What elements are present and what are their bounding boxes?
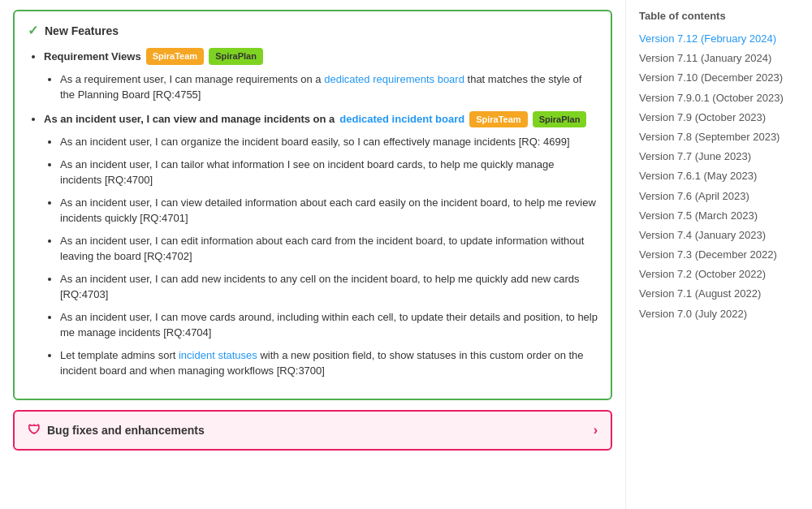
features-list: Requirement Views SpiraTeam SpiraPlan As… bbox=[28, 48, 598, 379]
main-content: ✓ New Features Requirement Views SpiraTe… bbox=[0, 0, 625, 509]
toc-item: Version 7.0 (July 2022) bbox=[639, 307, 799, 321]
toc-link[interactable]: Version 7.7 (June 2023) bbox=[639, 150, 751, 162]
toc-item: Version 7.7 (June 2023) bbox=[639, 149, 799, 164]
incident-header: As an incident user, I can view and mana… bbox=[44, 111, 598, 128]
requirement-views-sublist: As a requirement user, I can manage requ… bbox=[44, 71, 598, 103]
toc-link[interactable]: Version 7.5 (March 2023) bbox=[639, 209, 758, 222]
incident-subitem-3: As an incident user, I can view detailed… bbox=[60, 195, 598, 226]
new-features-header: ✓ New Features bbox=[28, 23, 598, 38]
check-icon: ✓ bbox=[28, 23, 38, 38]
sidebar-title: Table of contents bbox=[639, 10, 799, 22]
toc-link[interactable]: Version 7.1 (August 2022) bbox=[639, 287, 761, 300]
toc-item: Version 7.4 (January 2023) bbox=[639, 228, 799, 243]
requirement-views-header: Requirement Views SpiraTeam SpiraPlan bbox=[44, 48, 598, 65]
chevron-right-icon: › bbox=[594, 423, 598, 438]
toc-item: Version 7.8 (September 2023) bbox=[639, 130, 799, 145]
toc-list: Version 7.12 (February 2024)Version 7.11… bbox=[639, 32, 799, 321]
requirement-views-label: Requirement Views bbox=[44, 49, 141, 65]
new-features-section: ✓ New Features Requirement Views SpiraTe… bbox=[13, 10, 612, 400]
requirement-views-subitem-1: As a requirement user, I can manage requ… bbox=[60, 71, 598, 103]
incident-subitem-6: As an incident user, I can move cards ar… bbox=[60, 309, 598, 341]
toc-link[interactable]: Version 7.11 (January 2024) bbox=[639, 52, 771, 64]
incident-subitem-4: As an incident user, I can edit informat… bbox=[60, 233, 598, 265]
bug-icon: 🛡 bbox=[28, 423, 41, 438]
bug-fixes-header: 🛡 Bug fixes and enhancements bbox=[28, 423, 205, 438]
incident-statuses-link[interactable]: incident statuses bbox=[179, 349, 257, 361]
badge-spiraplan-2: SpiraPlan bbox=[533, 111, 587, 128]
toc-item: Version 7.11 (January 2024) bbox=[639, 51, 799, 66]
toc-item: Version 7.12 (February 2024) bbox=[639, 32, 799, 46]
toc-link[interactable]: Version 7.0 (July 2022) bbox=[639, 308, 747, 320]
incident-subitem-5: As an incident user, I can add new incid… bbox=[60, 271, 598, 303]
toc-link[interactable]: Version 7.6 (April 2023) bbox=[639, 190, 749, 202]
toc-link[interactable]: Version 7.4 (January 2023) bbox=[639, 229, 766, 241]
toc-item: Version 7.10 (December 2023) bbox=[639, 71, 799, 85]
toc-item: Version 7.3 (December 2022) bbox=[639, 248, 799, 262]
toc-item: Version 7.6.1 (May 2023) bbox=[639, 169, 799, 183]
toc-item: Version 7.6 (April 2023) bbox=[639, 189, 799, 204]
toc-link[interactable]: Version 7.3 (December 2022) bbox=[639, 248, 777, 261]
toc-link[interactable]: Version 7.2 (October 2022) bbox=[639, 268, 766, 280]
requirement-views-item: Requirement Views SpiraTeam SpiraPlan As… bbox=[44, 48, 598, 103]
toc-item: Version 7.9 (October 2023) bbox=[639, 110, 799, 125]
sidebar: Table of contents Version 7.12 (February… bbox=[625, 0, 812, 509]
toc-item: Version 7.2 (October 2022) bbox=[639, 267, 799, 282]
incident-subitem-7: Let template admins sort incident status… bbox=[60, 347, 598, 379]
toc-link[interactable]: Version 7.8 (September 2023) bbox=[639, 131, 780, 143]
bug-fixes-title: Bug fixes and enhancements bbox=[47, 424, 205, 437]
toc-item: Version 7.1 (August 2022) bbox=[639, 287, 799, 301]
toc-link[interactable]: Version 7.10 (December 2023) bbox=[639, 71, 783, 84]
toc-item: Version 7.9.0.1 (October 2023) bbox=[639, 91, 799, 106]
badge-spirateam-1: SpiraTeam bbox=[146, 48, 204, 65]
incident-sublist: As an incident user, I can organize the … bbox=[44, 134, 598, 379]
new-features-title: New Features bbox=[45, 24, 119, 37]
toc-link[interactable]: Version 7.6.1 (May 2023) bbox=[639, 170, 757, 182]
toc-item: Version 7.5 (March 2023) bbox=[639, 209, 799, 223]
toc-link[interactable]: Version 7.12 (February 2024) bbox=[639, 32, 776, 45]
badge-spiraplan-1: SpiraPlan bbox=[209, 48, 263, 65]
bug-fixes-section[interactable]: 🛡 Bug fixes and enhancements › bbox=[13, 410, 612, 451]
toc-link[interactable]: Version 7.9.0.1 (October 2023) bbox=[639, 92, 784, 104]
incident-label-before: As an incident user, I can view and mana… bbox=[44, 111, 335, 127]
requirements-board-link[interactable]: dedicated requirements board bbox=[324, 73, 464, 85]
toc-link[interactable]: Version 7.9 (October 2023) bbox=[639, 111, 766, 123]
incident-subitem-2: As an incident user, I can tailor what i… bbox=[60, 157, 598, 188]
badge-spirateam-2: SpiraTeam bbox=[469, 111, 527, 128]
incident-item: As an incident user, I can view and mana… bbox=[44, 111, 598, 379]
incident-board-link[interactable]: dedicated incident board bbox=[339, 111, 464, 127]
incident-subitem-1: As an incident user, I can organize the … bbox=[60, 134, 598, 150]
